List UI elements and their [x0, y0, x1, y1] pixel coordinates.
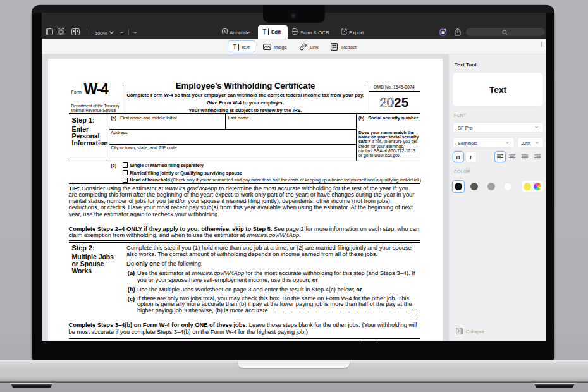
svg-text:T: T: [233, 44, 236, 51]
svg-text:A: A: [223, 30, 226, 34]
svg-text:T: T: [262, 28, 266, 35]
